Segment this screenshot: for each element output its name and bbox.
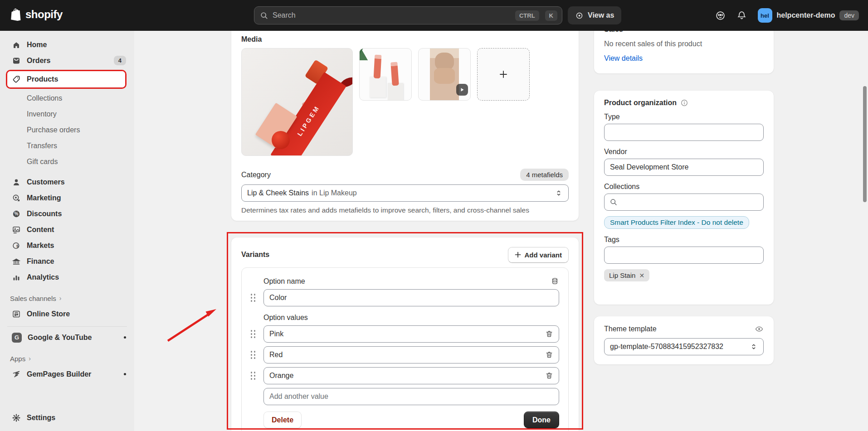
option-value-field-red[interactable] bbox=[263, 346, 559, 363]
add-value-field[interactable] bbox=[263, 388, 559, 405]
trash-icon[interactable] bbox=[545, 330, 553, 338]
sidebar-item-finance[interactable]: Finance bbox=[0, 253, 134, 269]
theme-template-select[interactable]: gp-template-570883415952327832 bbox=[604, 338, 764, 355]
sidebar-item-purchase-orders[interactable]: Purchase orders bbox=[0, 122, 134, 138]
tags-input[interactable] bbox=[604, 247, 764, 264]
chevron-right-icon: › bbox=[59, 295, 62, 302]
sidebar-item-inventory[interactable]: Inventory bbox=[0, 106, 134, 122]
shortcut-ctrl-key: CTRL bbox=[515, 10, 539, 21]
notification-dot bbox=[124, 373, 126, 375]
view-as-button[interactable]: View as bbox=[568, 6, 621, 24]
orders-count-badge: 4 bbox=[114, 56, 126, 65]
svg-text:$: $ bbox=[16, 243, 19, 248]
sidebar-item-online-store[interactable]: Online Store bbox=[0, 306, 134, 322]
sidekick-icon[interactable] bbox=[715, 10, 726, 21]
metafields-badge[interactable]: 4 metafields bbox=[520, 169, 569, 181]
vendor-label: Vendor bbox=[604, 148, 764, 156]
shopify-logo[interactable]: shopify bbox=[10, 8, 63, 21]
plus-icon bbox=[515, 252, 521, 258]
theme-template-value: gp-template-570883415952327832 bbox=[610, 343, 723, 351]
sidebar-item-discounts[interactable]: % Discounts bbox=[0, 206, 134, 222]
sidebar-item-markets[interactable]: $ Markets bbox=[0, 237, 134, 253]
collections-search-input[interactable] bbox=[621, 198, 758, 206]
analytics-icon bbox=[12, 273, 21, 282]
add-variant-button[interactable]: Add variant bbox=[508, 247, 569, 263]
option-value-field-pink[interactable] bbox=[263, 325, 559, 343]
sidebar: Home Orders 4 Products Collections Inven… bbox=[0, 31, 134, 431]
theme-template-card: Theme template gp-template-5708834159523… bbox=[594, 316, 774, 364]
drag-handle-icon[interactable] bbox=[251, 372, 256, 380]
gempages-icon bbox=[12, 370, 21, 379]
sidebar-item-gempages[interactable]: GemPages Builder bbox=[0, 366, 134, 382]
sidebar-item-analytics[interactable]: Analytics bbox=[0, 269, 134, 285]
option-editor: Option name Option values bbox=[241, 267, 569, 431]
products-tag-icon bbox=[12, 75, 21, 84]
done-button[interactable]: Done bbox=[524, 412, 559, 428]
add-value-input[interactable] bbox=[269, 392, 553, 401]
metafield-database-icon[interactable] bbox=[551, 277, 559, 286]
info-icon[interactable] bbox=[680, 99, 688, 107]
google-youtube-icon: G bbox=[12, 333, 22, 343]
dev-badge: dev bbox=[839, 10, 859, 20]
sidebar-item-orders[interactable]: Orders 4 bbox=[0, 53, 134, 68]
collections-search-field[interactable] bbox=[604, 194, 764, 211]
apps-header[interactable]: Apps › bbox=[0, 351, 134, 366]
user-menu[interactable]: hel helpcenter-demo dev bbox=[758, 8, 859, 23]
avatar: hel bbox=[758, 8, 772, 23]
media-thumbnail-2[interactable] bbox=[359, 48, 412, 101]
delete-option-button[interactable]: Delete bbox=[263, 412, 302, 428]
media-section-label: Media bbox=[241, 35, 569, 44]
category-select[interactable]: Lip & Cheek Stains in Lip Makeup bbox=[241, 184, 569, 202]
category-value-secondary: in Lip Makeup bbox=[312, 189, 357, 197]
media-thumbnail-video[interactable] bbox=[418, 48, 471, 101]
product-organization-card: Product organization Type Vendor Collect… bbox=[594, 91, 774, 305]
gear-icon bbox=[12, 413, 21, 422]
option-name-label: Option name bbox=[263, 277, 305, 286]
trash-icon[interactable] bbox=[545, 372, 553, 380]
sidebar-item-content[interactable]: Content bbox=[0, 222, 134, 237]
eye-icon[interactable] bbox=[755, 324, 764, 334]
sidebar-item-collections[interactable]: Collections bbox=[0, 90, 134, 106]
home-icon bbox=[12, 40, 21, 49]
option-value-row-new bbox=[247, 388, 559, 405]
marketing-icon bbox=[12, 194, 21, 203]
option-name-input[interactable] bbox=[263, 289, 559, 306]
drag-handle-icon[interactable] bbox=[251, 330, 256, 338]
sidebar-item-marketing[interactable]: Marketing bbox=[0, 190, 134, 206]
type-label: Type bbox=[604, 113, 764, 121]
vendor-input[interactable] bbox=[604, 159, 764, 176]
sidebar-item-gift-cards[interactable]: Gift cards bbox=[0, 154, 134, 169]
option-value-input[interactable] bbox=[269, 330, 545, 338]
drag-handle-icon[interactable] bbox=[251, 351, 256, 359]
type-input[interactable] bbox=[604, 124, 764, 141]
sidebar-item-transfers[interactable]: Transfers bbox=[0, 138, 134, 154]
sidebar-item-products[interactable]: Products bbox=[7, 71, 125, 87]
page-scrollbar[interactable] bbox=[863, 86, 867, 202]
shopify-bag-icon bbox=[10, 8, 22, 21]
sidebar-item-customers[interactable]: Customers bbox=[0, 174, 134, 190]
plus-icon bbox=[499, 70, 507, 78]
notifications-bell-icon[interactable] bbox=[736, 10, 747, 21]
customers-icon bbox=[12, 178, 21, 187]
collection-tag[interactable]: Smart Products Filter Index - Do not del… bbox=[604, 216, 749, 229]
media-image-primary[interactable]: LIPGEM bbox=[241, 48, 353, 156]
sidebar-item-settings[interactable]: Settings bbox=[0, 410, 134, 426]
add-media-tile[interactable] bbox=[477, 48, 530, 101]
option-value-input[interactable] bbox=[269, 351, 545, 359]
drag-handle-icon[interactable] bbox=[251, 294, 256, 302]
sidebar-item-home[interactable]: Home bbox=[0, 37, 134, 53]
online-store-icon bbox=[12, 310, 21, 319]
search-input[interactable]: Search CTRL K bbox=[254, 6, 562, 24]
sidebar-item-google-youtube[interactable]: G Google & YouTube bbox=[0, 329, 134, 345]
option-value-input[interactable] bbox=[269, 372, 545, 380]
option-value-row bbox=[247, 346, 559, 363]
trash-icon[interactable] bbox=[545, 351, 553, 359]
remove-tag-icon[interactable]: ✕ bbox=[639, 272, 644, 279]
option-value-field-orange[interactable] bbox=[263, 367, 559, 384]
view-details-link[interactable]: View details bbox=[604, 54, 764, 63]
video-play-icon bbox=[456, 84, 468, 96]
finance-icon bbox=[12, 257, 21, 266]
notification-dot bbox=[124, 336, 126, 339]
store-name: helpcenter-demo bbox=[777, 11, 835, 19]
sales-channels-header[interactable]: Sales channels › bbox=[0, 291, 134, 306]
